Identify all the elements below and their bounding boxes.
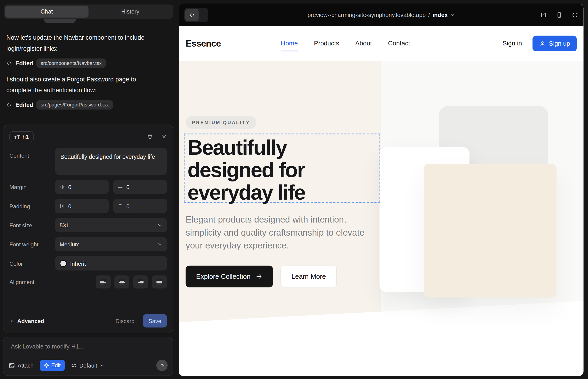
nav-link-about[interactable]: About [355, 40, 372, 47]
margin-horizontal-icon [60, 184, 65, 190]
nav-link-home[interactable]: Home [281, 40, 298, 47]
font-size-select[interactable]: 5XL [55, 218, 167, 232]
discard-button[interactable]: Discard [116, 317, 135, 324]
code-icon [6, 102, 12, 108]
padding-horizontal-input[interactable]: 0 [55, 199, 109, 213]
chat-panel: Chat History Now let's update the Navbar… [0, 0, 179, 379]
trash-icon[interactable] [147, 134, 153, 140]
composer-controls: Attach Edit Default [9, 360, 168, 371]
align-justify-button[interactable] [152, 275, 167, 288]
attach-label: Attach [18, 362, 34, 369]
font-size-label: Font size [9, 222, 55, 228]
font-weight-select[interactable]: Medium [55, 237, 167, 251]
padding-vertical-input[interactable]: 0 [113, 199, 167, 213]
code-view-toggle[interactable] [184, 8, 208, 22]
margin-horizontal-input[interactable]: 0 [55, 180, 109, 194]
edited-label: Edited [15, 60, 33, 66]
sign-up-button[interactable]: Sign up [532, 35, 577, 51]
advanced-toggle[interactable]: Advanced [9, 317, 44, 324]
site-navbar: Essence Home Products About Contact Sign… [179, 26, 583, 61]
url-text: preview--charming-site-symphony.lovable.… [308, 12, 426, 18]
chat-input[interactable] [9, 342, 168, 352]
file-chip[interactable]: src/pages/ForgotPassword.tsx [36, 100, 113, 110]
padding-vertical-value: 0 [126, 203, 130, 209]
edit-label: Edit [51, 363, 61, 368]
site-nav-links: Home Products About Contact [281, 40, 410, 47]
edit-mode-button[interactable]: Edit [40, 360, 65, 371]
content-label: Content [9, 148, 55, 158]
inspector-header: TT h1 [9, 130, 167, 143]
align-left-button[interactable] [96, 275, 110, 288]
inspector-footer: Advanced Discard Save [9, 314, 167, 328]
padding-horizontal-icon [60, 203, 65, 208]
close-icon[interactable] [161, 134, 167, 140]
chevron-down-icon [157, 242, 162, 247]
margin-horizontal-value: 0 [68, 184, 72, 190]
color-swatch [60, 260, 67, 267]
alignment-row: Alignment [9, 275, 167, 288]
clipped-chip [44, 19, 76, 23]
attach-button[interactable]: Attach [9, 362, 34, 369]
learn-more-button[interactable]: Learn More [280, 266, 337, 287]
arrow-up-icon [159, 363, 165, 368]
font-weight-value: Medium [60, 241, 79, 248]
lovable-app: Chat History Now let's update the Navbar… [0, 0, 588, 379]
browser-chrome: preview--charming-site-symphony.lovable.… [179, 4, 583, 26]
color-select[interactable]: Inherit [55, 256, 167, 270]
mobile-device-icon[interactable] [556, 12, 562, 18]
margin-row: Margin 0 0 [9, 180, 167, 194]
save-button[interactable]: Save [143, 314, 167, 328]
font-size-row: Font size 5XL [9, 218, 167, 232]
chevron-down-icon [450, 13, 455, 17]
color-row: Color Inherit [9, 256, 167, 270]
site-hero: PREMIUM QUALITY Beautifully designed for… [179, 61, 583, 376]
preview-window: preview--charming-site-symphony.lovable.… [179, 4, 583, 376]
padding-horizontal-value: 0 [68, 203, 72, 209]
edited-label: Edited [15, 101, 33, 108]
site-nav-actions: Sign in Sign up [502, 35, 577, 51]
site-preview: Essence Home Products About Contact Sign… [179, 26, 583, 376]
url-path: index [433, 12, 448, 18]
advanced-label: Advanced [17, 317, 44, 324]
chrome-actions [540, 12, 578, 18]
premium-quality-badge: PREMIUM QUALITY [186, 116, 256, 129]
site-brand[interactable]: Essence [186, 38, 221, 49]
hero-heading[interactable]: Beautifully designed for everyday life [185, 134, 380, 204]
inspector-actions [147, 134, 167, 140]
alignment-buttons [96, 275, 167, 288]
margin-vertical-input[interactable]: 0 [113, 180, 167, 194]
edited-file-row: Edited src/components/Navbar.tsx [6, 59, 168, 68]
open-external-icon[interactable] [540, 12, 547, 18]
align-center-button[interactable] [114, 275, 129, 288]
element-inspector: TT h1 Content Beautifully designed for e… [3, 125, 173, 333]
default-label: Default [79, 362, 97, 369]
font-size-value: 5XL [60, 222, 70, 228]
send-button[interactable] [156, 360, 168, 371]
content-input[interactable]: Beautifully designed for everyday life [55, 148, 167, 175]
color-value: Inherit [70, 260, 86, 267]
align-right-button[interactable] [133, 275, 148, 288]
hero-cta-row: Explore Collection Learn More [186, 266, 337, 287]
edited-file-row: Edited src/pages/ForgotPassword.tsx [6, 100, 168, 110]
nav-link-contact[interactable]: Contact [388, 40, 410, 47]
file-chip[interactable]: src/components/Navbar.tsx [36, 59, 106, 68]
url-separator: / [428, 12, 430, 18]
hero-decor-beige-shape [424, 164, 557, 298]
url-bar[interactable]: preview--charming-site-symphony.lovable.… [308, 12, 455, 18]
edit-target-icon [44, 363, 49, 368]
selected-element-outline: Beautifully designed for everyday life [184, 134, 380, 203]
margin-vertical-icon [118, 184, 123, 190]
refresh-icon[interactable] [572, 12, 578, 18]
nav-link-products[interactable]: Products [314, 40, 339, 47]
user-icon [539, 40, 546, 47]
tab-chat[interactable]: Chat [5, 6, 89, 18]
code-icon [6, 60, 12, 66]
tab-history[interactable]: History [89, 6, 172, 18]
chat-message: I should also create a Forgot Password p… [6, 74, 158, 96]
content-row: Content Beautifully designed for everyda… [9, 148, 167, 175]
explore-collection-button[interactable]: Explore Collection [186, 266, 273, 287]
sign-in-link[interactable]: Sign in [502, 40, 522, 47]
hero-diagonal-background [179, 298, 583, 376]
default-mode-button[interactable]: Default [71, 362, 105, 369]
font-weight-row: Font weight Medium [9, 237, 167, 251]
